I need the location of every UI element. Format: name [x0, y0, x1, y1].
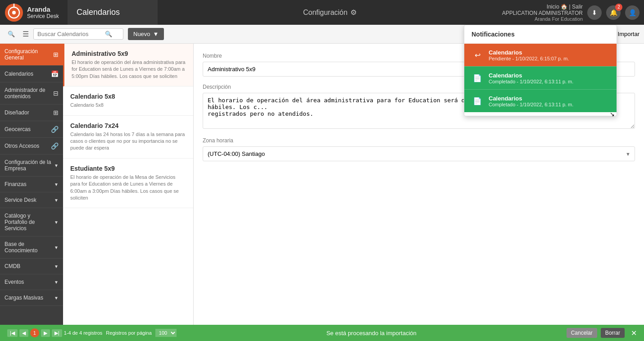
new-button-label: Nuevo	[133, 31, 150, 37]
borrar-button[interactable]: Borrar	[601, 328, 625, 338]
calendar-desc-cal7x24: Calendario las 24 horas los 7 días a la …	[70, 131, 186, 152]
sidebar-label-service-desk: Service Desk	[5, 197, 52, 203]
sidebar-label-geocercas: Geocercas	[5, 126, 49, 132]
sidebar-label-calendarios: Calendarios	[5, 71, 49, 77]
sidebar-item-disenador[interactable]: Diseñador ⊞	[0, 105, 63, 121]
notif-date-1: Pendiente - 1/10/2022, 6:15:07 p. m.	[489, 56, 569, 61]
calendar-name-admin5x9: Administrativo 5x9	[72, 50, 186, 57]
user-avatar-button[interactable]: 👤	[625, 5, 639, 20]
search-bar: 🔍	[33, 28, 123, 40]
sidebar-item-finanzas[interactable]: Finanzas ▼	[0, 177, 63, 192]
aranda-edu: Aranda For Education	[502, 16, 583, 22]
zona-horaria-select[interactable]: (UTC-04:00) Santiago (UTC-03:00) Buenos …	[203, 146, 635, 161]
logo-area: Aranda Service Desk	[5, 3, 68, 22]
last-page-button[interactable]: ▶|	[52, 329, 62, 337]
notification-item-3[interactable]: 📄 Calendarios Completado - 1/10/2022, 6:…	[464, 89, 617, 112]
prev-page-button[interactable]: ◀	[19, 329, 28, 337]
zona-horaria-label: Zona horaria	[203, 137, 635, 144]
chevron-down-icon: ▼	[153, 31, 159, 37]
bottom-bar: |◀ ◀ 1 ▶ ▶| 1-4 de 4 registros Registros…	[0, 325, 644, 341]
sidebar-label-cmdb: CMDB	[5, 263, 52, 269]
salir-link[interactable]: Salir	[572, 4, 583, 10]
notification-item-1[interactable]: ↩ Calendarios Pendiente - 1/10/2022, 6:1…	[464, 44, 617, 66]
sidebar-label-eventos: Eventos	[5, 279, 52, 285]
sidebar-item-admin-contenidos[interactable]: Administrador de contenidos ⊟	[0, 82, 63, 105]
sidebar-label-finanzas: Finanzas	[5, 181, 52, 187]
calendar-desc-admin5x9: El horario de operación del área adminis…	[72, 59, 186, 80]
processing-message: Se está procesando la importación	[327, 330, 417, 336]
svg-point-2	[12, 11, 16, 14]
notif-content-2: Calendarios Completado - 1/10/2022, 6:13…	[489, 72, 573, 84]
sidebar-label-otros-accesos: Otros Accesos	[5, 143, 49, 149]
per-page-select[interactable]: 100 50 25	[155, 329, 177, 337]
next-page-button[interactable]: ▶	[41, 329, 50, 337]
sidebar-item-cargas-masivas[interactable]: Cargas Masivas ▼	[0, 290, 63, 306]
calendar-item-cal5x8[interactable]: Calendario 5x8 Calendario 5x8	[63, 86, 193, 115]
sidebar-item-base-conocimiento[interactable]: Base de Conocimiento ▼	[0, 236, 63, 259]
notif-date-3: Completado - 1/10/2022, 6:13:11 p. m.	[489, 102, 573, 107]
resize-handle[interactable]: ↘	[464, 112, 617, 116]
chevron-icon-ev: ▼	[54, 280, 59, 285]
calendar-desc-cal5x8: Calendario 5x8	[70, 102, 186, 109]
search-input[interactable]	[37, 31, 105, 37]
link-icon: 🔗	[51, 142, 59, 150]
processing-text: Se está procesando la importación	[327, 330, 417, 336]
first-page-button[interactable]: |◀	[7, 329, 18, 337]
sidebar-label-config-empresa: Configuración de la Empresa	[5, 159, 52, 172]
bottom-actions: Cancelar Borrar ✕	[567, 328, 637, 338]
page-title-area: Calendarios	[68, 0, 158, 25]
calendar-name-cal7x24: Calendario 7x24	[70, 122, 186, 129]
calendar-name-cal5x8: Calendario 5x8	[70, 93, 186, 100]
inicio-link[interactable]: Inicio	[547, 4, 559, 10]
sidebar-item-service-desk[interactable]: Service Desk ▼	[0, 192, 63, 208]
new-button[interactable]: Nuevo ▼	[128, 28, 164, 40]
sidebar-item-geocercas[interactable]: Geocercas 🔗	[0, 121, 63, 138]
logo-text: Aranda Service Desk	[27, 5, 59, 19]
notification-item-2[interactable]: 📄 Calendarios Completado - 1/10/2022, 6:…	[464, 66, 617, 89]
sidebar-item-eventos[interactable]: Eventos ▼	[0, 274, 63, 290]
notifications-button[interactable]: 🔔 2	[606, 5, 621, 20]
sidebar-item-cmdb[interactable]: CMDB ▼	[0, 259, 63, 274]
sidebar-item-calendarios[interactable]: Calendarios 📅	[0, 66, 63, 82]
calendar-desc-est5x9: El horario de operación de la Mesa de Se…	[70, 174, 186, 202]
header-right: Inicio 🏠 | Salir APPLICATION ADMINISTRAT…	[502, 4, 639, 22]
hamburger-button[interactable]: ☰	[23, 30, 29, 38]
notif-date-2: Completado - 1/10/2022, 6:13:11 p. m.	[489, 79, 573, 84]
notif-pending-icon: ↩	[471, 48, 484, 62]
sidebar-label-catalogo: Catálogo y Portafolio de Servicios	[5, 213, 52, 232]
sidebar-item-otros-accesos[interactable]: Otros Accesos 🔗	[0, 138, 63, 155]
notif-completed-icon-3: 📄	[471, 94, 484, 108]
cancelar-button[interactable]: Cancelar	[567, 328, 597, 338]
config-button[interactable]: Configuración ⚙	[303, 8, 357, 17]
sidebar-label-disenador: Diseñador	[5, 109, 51, 116]
logo-brand: Aranda	[27, 5, 59, 13]
notification-badge: 2	[615, 4, 622, 11]
pagination-area: |◀ ◀ 1 ▶ ▶| 1-4 de 4 registros Registros…	[7, 328, 177, 337]
notif-title-1: Calendarios	[489, 49, 569, 56]
calendar-item-admin5x9[interactable]: Administrativo 5x9 El horario de operaci…	[63, 44, 193, 86]
user-name: APPLICATION ADMINISTRATOR	[502, 10, 583, 16]
search-icon-left[interactable]: 🔍	[5, 27, 18, 41]
notif-content-3: Calendarios Completado - 1/10/2022, 6:13…	[489, 95, 573, 107]
calendar-item-est5x9[interactable]: Estudiante 5x9 El horario de operación d…	[63, 159, 193, 209]
sidebar-item-config-general[interactable]: Configuración General ⊞	[0, 44, 63, 66]
notifications-title: Notificaciones	[464, 25, 617, 44]
chevron-icon-bc: ▼	[54, 245, 59, 250]
header-center: Configuración ⚙	[158, 8, 502, 17]
search-icon: 🔍	[105, 31, 112, 37]
sidebar-label-admin-contenidos: Administrador de contenidos	[5, 87, 51, 100]
calendar-item-cal7x24[interactable]: Calendario 7x24 Calendario las 24 horas …	[63, 116, 193, 159]
calendar-name-est5x9: Estudiante 5x9	[70, 165, 186, 172]
close-bottom-button[interactable]: ✕	[631, 329, 637, 337]
sidebar-item-catalogo[interactable]: Catálogo y Portafolio de Servicios ▼	[0, 208, 63, 236]
zona-horaria-wrapper: (UTC-04:00) Santiago (UTC-03:00) Buenos …	[203, 146, 635, 161]
user-info: Inicio 🏠 | Salir APPLICATION ADMINISTRAT…	[502, 4, 583, 22]
import-label: Importar	[618, 31, 639, 37]
download-button[interactable]: ⬇	[587, 5, 602, 20]
chevron-icon-cm: ▼	[54, 296, 59, 300]
notif-completed-icon-2: 📄	[471, 71, 484, 85]
notif-title-3: Calendarios	[489, 95, 573, 102]
grid-icon: ⊞	[53, 51, 59, 58]
sidebar-item-config-empresa[interactable]: Configuración de la Empresa ▼	[0, 155, 63, 177]
logo-subtitle: Service Desk	[27, 13, 59, 19]
